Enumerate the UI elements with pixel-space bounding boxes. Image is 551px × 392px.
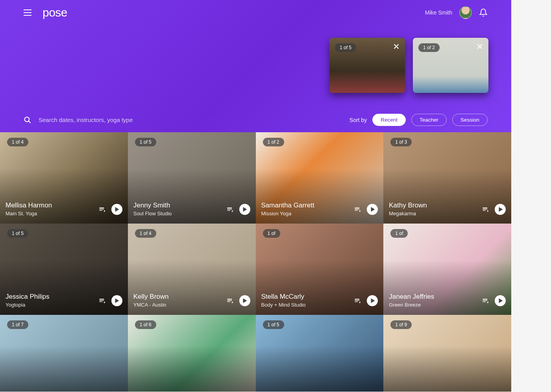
playlist-add-icon[interactable] bbox=[481, 297, 490, 305]
playlist-add-icon[interactable] bbox=[226, 205, 235, 213]
card-badge: 1 of 6 bbox=[135, 320, 156, 329]
card-badge: 1 of 4 bbox=[7, 138, 28, 146]
playlist-add-icon[interactable] bbox=[353, 297, 362, 305]
sort-label: Sort by bbox=[349, 117, 367, 123]
playlist-add-icon[interactable] bbox=[226, 297, 235, 305]
video-card[interactable]: 1 of 4 Kelly Brown YMCA - Austin bbox=[128, 224, 256, 315]
notifications-icon[interactable] bbox=[479, 8, 488, 17]
mini-card[interactable]: 1 of 2 bbox=[413, 38, 488, 93]
card-info: Mellisa Harmon Main St. Yoga bbox=[6, 202, 52, 216]
card-info: Kathy Brown Megakarma bbox=[389, 202, 427, 216]
sort-pill-session[interactable]: Session bbox=[452, 114, 488, 126]
video-card[interactable]: 1 of 5 Jessica Philips Yogtopia bbox=[0, 224, 128, 315]
svg-point-0 bbox=[25, 117, 30, 122]
card-badge: 1 of 7 bbox=[7, 320, 28, 329]
play-button[interactable] bbox=[111, 295, 122, 306]
play-button[interactable] bbox=[495, 295, 506, 306]
playlist-add-icon[interactable] bbox=[98, 205, 107, 213]
card-title: Jenny Smith bbox=[133, 202, 172, 209]
logo[interactable]: pose bbox=[43, 6, 67, 19]
card-title: Kathy Brown bbox=[389, 202, 427, 209]
playlist-add-icon[interactable] bbox=[481, 205, 490, 213]
card-subtitle: Body + Mind Studio bbox=[261, 302, 306, 308]
card-title: Stella McCarly bbox=[261, 293, 306, 301]
search-left bbox=[24, 116, 196, 124]
video-card[interactable]: 1 of 5 bbox=[256, 315, 384, 392]
mini-cards: 1 of 5 1 of 2 bbox=[329, 38, 488, 93]
card-badge: 1 of bbox=[390, 229, 408, 238]
card-info: Jessica Philips Yogtopia bbox=[6, 293, 50, 308]
video-card[interactable]: 1 of 2 Samantha Garrett Mission Yoga bbox=[256, 132, 384, 224]
video-card[interactable]: 1 of Janean Jeffries Green Breeze bbox=[383, 224, 511, 315]
card-badge: 1 of 5 bbox=[263, 320, 284, 329]
play-button[interactable] bbox=[239, 295, 250, 306]
header: pose Mike Smith 1 of 5 1 of 2 bbox=[0, 0, 511, 132]
card-actions bbox=[353, 295, 378, 306]
sort-pill-teacher[interactable]: Teacher bbox=[411, 114, 447, 126]
card-actions bbox=[98, 204, 122, 215]
video-card[interactable]: 1 of 9 bbox=[383, 315, 511, 392]
card-badge: 1 of 5 bbox=[135, 138, 156, 146]
menu-icon[interactable] bbox=[24, 8, 33, 17]
search-row: Sort by Recent Teacher Session bbox=[24, 114, 488, 126]
card-title: Samantha Garrett bbox=[261, 202, 314, 209]
card-badge: 1 of 3 bbox=[390, 138, 412, 146]
card-info: Jenny Smith Soul Flow Studio bbox=[133, 202, 172, 216]
video-card[interactable]: 1 of 3 Kathy Brown Megakarma bbox=[383, 132, 511, 224]
card-badge: 1 of 9 bbox=[390, 320, 412, 329]
card-subtitle: Green Breeze bbox=[389, 302, 434, 308]
close-icon[interactable] bbox=[475, 42, 484, 51]
card-actions bbox=[98, 295, 122, 306]
card-info: Kelly Brown YMCA - Austin bbox=[133, 293, 169, 308]
user-name[interactable]: Mike Smith bbox=[425, 9, 452, 16]
card-title: Jessica Philips bbox=[6, 293, 50, 301]
svg-line-1 bbox=[29, 121, 31, 123]
video-card[interactable]: 1 of 7 bbox=[0, 315, 128, 392]
topbar-right: Mike Smith bbox=[425, 6, 488, 19]
card-subtitle: Megakarma bbox=[389, 211, 427, 216]
mini-card[interactable]: 1 of 5 bbox=[329, 38, 405, 93]
card-actions bbox=[353, 204, 378, 215]
card-badge: 1 of 4 bbox=[135, 229, 156, 238]
card-info: Samantha Garrett Mission Yoga bbox=[261, 202, 314, 216]
card-title: Kelly Brown bbox=[133, 293, 169, 301]
play-button[interactable] bbox=[239, 204, 250, 215]
card-actions bbox=[481, 204, 506, 215]
card-info: Janean Jeffries Green Breeze bbox=[389, 293, 434, 308]
card-subtitle: YMCA - Austin bbox=[133, 302, 169, 308]
content-grid: 1 of 4 Mellisa Harmon Main St. Yoga 1 of… bbox=[0, 132, 511, 392]
sort-controls: Sort by Recent Teacher Session bbox=[349, 114, 488, 126]
sort-pill-recent[interactable]: Recent bbox=[372, 114, 406, 126]
topbar: pose Mike Smith bbox=[0, 0, 511, 25]
card-actions bbox=[226, 204, 250, 215]
card-title: Janean Jeffries bbox=[389, 293, 434, 301]
card-subtitle: Main St. Yoga bbox=[6, 211, 52, 216]
playlist-add-icon[interactable] bbox=[353, 205, 362, 213]
video-card[interactable]: 1 of Stella McCarly Body + Mind Studio bbox=[256, 224, 384, 315]
play-button[interactable] bbox=[367, 204, 378, 215]
card-title: Mellisa Harmon bbox=[6, 202, 52, 209]
mini-card-badge: 1 of 5 bbox=[335, 43, 356, 52]
video-card[interactable]: 1 of 6 bbox=[128, 315, 256, 392]
search-icon[interactable] bbox=[24, 116, 31, 124]
video-card[interactable]: 1 of 5 Jenny Smith Soul Flow Studio bbox=[128, 132, 256, 224]
close-icon[interactable] bbox=[392, 42, 401, 51]
topbar-left: pose bbox=[24, 6, 67, 19]
play-button[interactable] bbox=[111, 204, 122, 215]
card-badge: 1 of bbox=[263, 229, 280, 238]
card-actions bbox=[226, 295, 250, 306]
card-subtitle: Mission Yoga bbox=[261, 211, 314, 216]
card-subtitle: Yogtopia bbox=[6, 302, 50, 308]
search-input[interactable] bbox=[39, 116, 196, 123]
card-badge: 1 of 5 bbox=[7, 229, 28, 238]
card-subtitle: Soul Flow Studio bbox=[133, 211, 172, 216]
mini-card-badge: 1 of 2 bbox=[418, 43, 440, 52]
play-button[interactable] bbox=[495, 204, 506, 215]
card-actions bbox=[481, 295, 506, 306]
playlist-add-icon[interactable] bbox=[98, 297, 107, 305]
card-badge: 1 of 2 bbox=[263, 138, 284, 146]
card-info: Stella McCarly Body + Mind Studio bbox=[261, 293, 306, 308]
video-card[interactable]: 1 of 4 Mellisa Harmon Main St. Yoga bbox=[0, 132, 128, 224]
play-button[interactable] bbox=[367, 295, 378, 306]
avatar[interactable] bbox=[459, 6, 472, 19]
